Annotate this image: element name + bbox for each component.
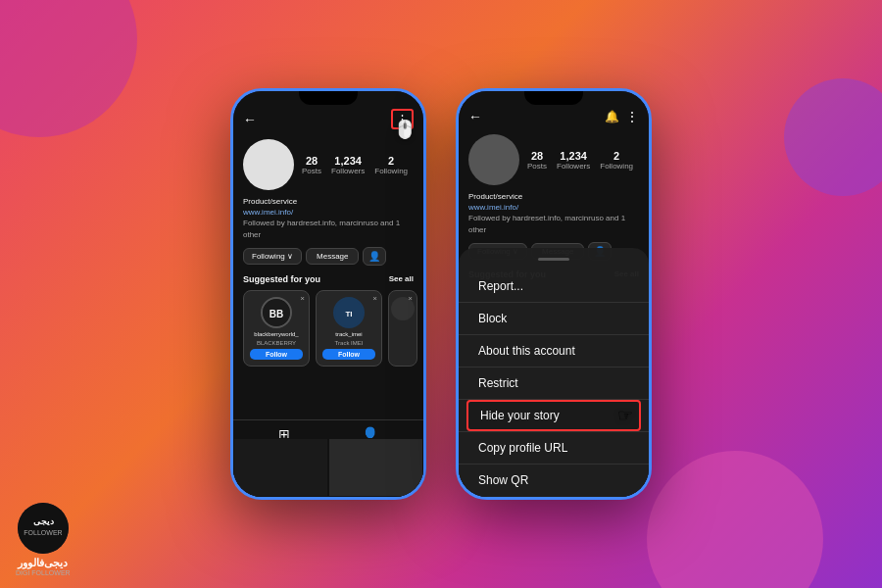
suggested-title-left: Suggested for you: [243, 274, 320, 284]
svg-point-4: [18, 503, 69, 554]
suggested-row-left: × BB blackberryworld_ BLACKBERRY Follow …: [233, 286, 423, 370]
three-dot-right[interactable]: ⋮: [625, 109, 639, 124]
menu-item-block[interactable]: Block: [459, 303, 649, 334]
phone-left: ← ⋮ 28 Posts 1,234 Followers 2 Following: [230, 88, 426, 500]
bg-blob-br: [647, 451, 823, 588]
following-count-right: 2: [613, 150, 619, 162]
posts-label-left: Posts: [302, 167, 321, 175]
profile-section-right: 28 Posts 1,234 Followers 2 Following: [459, 130, 649, 189]
stat-following-right: 2 Following: [600, 150, 633, 171]
bell-icon-right[interactable]: 🔔: [605, 110, 619, 123]
posts-label-right: Posts: [527, 162, 547, 171]
menu-item-copy-profile[interactable]: Copy profile URL: [459, 432, 649, 464]
photo-grid-left: [233, 438, 423, 497]
bio-url-left[interactable]: www.imei.info/: [243, 207, 414, 218]
menu-item-about[interactable]: About this account: [459, 335, 649, 367]
card-sub-ti: Track IMEI: [335, 340, 364, 346]
stat-followers-left: 1,234 Followers: [331, 155, 365, 175]
phone-right: ← 🔔 ⋮ 28 Posts 1,234 Followers 2 Followi…: [456, 88, 652, 500]
close-card-bb[interactable]: ×: [300, 294, 305, 303]
close-card-ti[interactable]: ×: [372, 294, 377, 303]
profile-section-left: 28 Posts 1,234 Followers 2 Following: [233, 135, 423, 194]
action-buttons-left: Following ∨ Message 👤: [233, 242, 423, 270]
bio-url-right[interactable]: www.imei.info/: [468, 202, 639, 213]
avatar-right: [468, 134, 519, 185]
back-arrow-right[interactable]: ←: [468, 109, 482, 124]
menu-item-restrict[interactable]: Restrict: [459, 368, 649, 399]
bio-right: Product/service www.imei.info/ Followed …: [459, 189, 649, 237]
bio-followed-right: Followed by hardreset.info, marcinruso a…: [468, 213, 639, 234]
avatar-ti: TI: [333, 297, 365, 328]
suggested-card-bb: × BB blackberryworld_ BLACKBERRY Follow: [243, 290, 310, 367]
following-label-left: Following: [374, 167, 408, 175]
svg-text:دیجی: دیجی: [32, 516, 53, 526]
screen-left: ← ⋮ 28 Posts 1,234 Followers 2 Following: [233, 91, 423, 497]
card-sub-bb: BLACKBERRY: [257, 340, 296, 346]
stats-right: 28 Posts 1,234 Followers 2 Following: [527, 150, 639, 171]
logo-circle: دیجی FOLLOWER: [18, 503, 69, 554]
following-count-left: 2: [388, 155, 394, 167]
following-button-left[interactable]: Following ∨: [243, 248, 302, 265]
stat-posts-left: 28 Posts: [302, 155, 321, 175]
stat-followers-right: 1,234 Followers: [557, 150, 590, 171]
bio-type-left: Product/service: [243, 196, 414, 207]
menu-handle: [538, 258, 569, 261]
bg-blob-tl: [0, 0, 137, 137]
notch-right: [524, 91, 583, 105]
add-person-button-left[interactable]: 👤: [363, 247, 386, 266]
followers-label-right: Followers: [557, 162, 590, 171]
stat-posts-right: 28 Posts: [527, 150, 547, 171]
stat-following-left: 2 Following: [374, 155, 408, 175]
following-label-right: Following: [600, 162, 633, 171]
menu-item-hide-story[interactable]: Hide your story: [466, 400, 641, 431]
stats-left: 28 Posts 1,234 Followers 2 Following: [302, 155, 414, 175]
bg-blob-tr: [784, 78, 882, 196]
logo-text: دیجی‌فالوور DIGI FOLLOWER: [16, 557, 71, 576]
back-arrow-left[interactable]: ←: [243, 112, 257, 127]
card-name-bb: blackberryworld_: [254, 331, 298, 337]
svg-text:BB: BB: [270, 309, 283, 319]
bio-type-right: Product/service: [468, 191, 639, 202]
followers-count-left: 1,234: [334, 155, 362, 167]
context-menu: Report... Block About this account Restr…: [459, 248, 649, 497]
follow-btn-ti[interactable]: Follow: [322, 349, 375, 360]
menu-item-show-qr[interactable]: Show QR: [459, 465, 649, 496]
close-card-rs[interactable]: ×: [408, 294, 413, 303]
suggested-card-ti: × TI track_imei Track IMEI Follow: [316, 290, 382, 367]
logo-persian: دیجی‌فالوور: [16, 557, 71, 569]
suggested-card-rs: ×: [388, 290, 417, 367]
cursor-hand-left: 🖱️: [394, 119, 416, 140]
bio-left: Product/service www.imei.info/ Followed …: [233, 194, 423, 242]
notch-left: [299, 91, 358, 105]
photo-cell-2: [328, 438, 423, 497]
menu-item-report[interactable]: Report...: [459, 270, 649, 302]
svg-text:TI: TI: [345, 310, 352, 318]
cursor-hand-right: ☞: [617, 405, 633, 426]
avatar-left: [243, 139, 294, 190]
logo-container: دیجی FOLLOWER دیجی‌فالوور DIGI FOLLOWER: [16, 503, 71, 576]
screen-right: ← 🔔 ⋮ 28 Posts 1,234 Followers 2 Followi…: [459, 91, 649, 497]
followers-count-right: 1,234: [560, 150, 587, 162]
suggested-header-left: Suggested for you See all: [233, 270, 423, 286]
svg-text:FOLLOWER: FOLLOWER: [24, 529, 62, 536]
avatar-bb: BB: [261, 297, 292, 328]
posts-count-left: 28: [306, 155, 318, 167]
logo-english: DIGI FOLLOWER: [16, 569, 71, 576]
see-all-left[interactable]: See all: [389, 274, 414, 283]
bio-followed-left: Followed by hardreset.info, marcinruso a…: [243, 218, 414, 239]
card-name-ti: track_imei: [335, 331, 362, 337]
photo-cell-1: [233, 438, 328, 497]
message-button-left[interactable]: Message: [306, 248, 359, 265]
follow-btn-bb[interactable]: Follow: [250, 349, 303, 360]
posts-count-right: 28: [531, 150, 543, 162]
followers-label-left: Followers: [331, 167, 365, 175]
